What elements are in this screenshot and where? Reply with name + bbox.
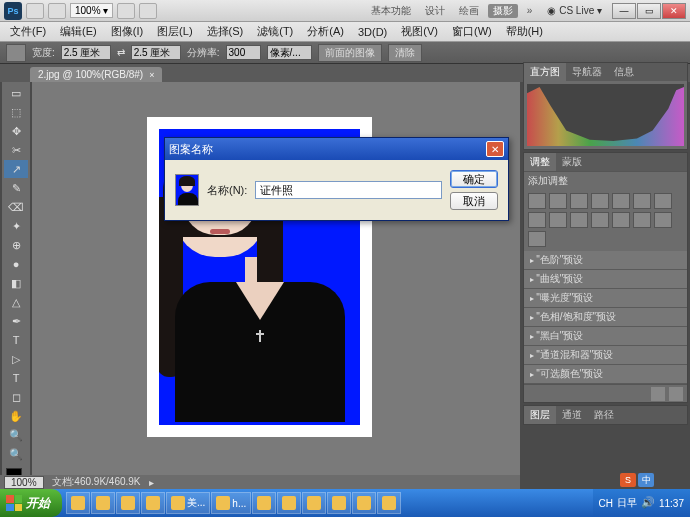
ime-icon[interactable]: 中 bbox=[638, 473, 654, 487]
menu-window[interactable]: 窗口(W) bbox=[446, 22, 498, 41]
brightness-icon[interactable] bbox=[528, 193, 546, 209]
crop-tool-icon[interactable] bbox=[6, 44, 26, 62]
language-indicator[interactable]: CH bbox=[599, 498, 613, 509]
preset-curves[interactable]: "曲线"预设 bbox=[524, 270, 687, 289]
bw-icon[interactable] bbox=[528, 212, 546, 228]
preset-bw[interactable]: "黑白"预设 bbox=[524, 327, 687, 346]
threshold-icon[interactable] bbox=[633, 212, 651, 228]
dialog-close-button[interactable]: ✕ bbox=[486, 141, 504, 157]
name-input[interactable] bbox=[255, 181, 442, 199]
adj-footer-icon-2[interactable] bbox=[669, 387, 683, 401]
clock[interactable]: 11:37 bbox=[659, 498, 684, 509]
menu-analysis[interactable]: 分析(A) bbox=[301, 22, 350, 41]
maximize-button[interactable]: ▭ bbox=[637, 3, 661, 19]
bridge-icon[interactable] bbox=[26, 3, 44, 19]
gradient-tool[interactable]: △ bbox=[4, 293, 28, 311]
screen-mode-icon[interactable] bbox=[139, 3, 157, 19]
photo-filter-icon[interactable] bbox=[549, 212, 567, 228]
preset-selective[interactable]: "可选颜色"预设 bbox=[524, 365, 687, 384]
menu-file[interactable]: 文件(F) bbox=[4, 22, 52, 41]
tab-paths[interactable]: 路径 bbox=[588, 406, 620, 424]
hue-icon[interactable] bbox=[633, 193, 651, 209]
task-item[interactable] bbox=[352, 492, 376, 514]
adj-footer-icon-1[interactable] bbox=[651, 387, 665, 401]
preset-exposure[interactable]: "曝光度"预设 bbox=[524, 289, 687, 308]
hand-tool[interactable]: 🔍 bbox=[4, 426, 28, 444]
document-close-icon[interactable]: × bbox=[149, 70, 154, 80]
clear-button[interactable]: 清除 bbox=[388, 44, 422, 62]
task-item[interactable]: 美... bbox=[166, 492, 210, 514]
selective-color-icon[interactable] bbox=[528, 231, 546, 247]
eyedropper-tool[interactable]: ✎ bbox=[4, 179, 28, 197]
exposure-icon[interactable] bbox=[591, 193, 609, 209]
menu-view[interactable]: 视图(V) bbox=[395, 22, 444, 41]
eraser-tool[interactable]: ◧ bbox=[4, 274, 28, 292]
shape-tool[interactable]: ✋ bbox=[4, 407, 28, 425]
menu-filter[interactable]: 滤镜(T) bbox=[251, 22, 299, 41]
minibridge-icon[interactable] bbox=[48, 3, 66, 19]
task-item[interactable] bbox=[327, 492, 351, 514]
task-item[interactable] bbox=[141, 492, 165, 514]
resolution-input[interactable] bbox=[226, 45, 261, 60]
menu-help[interactable]: 帮助(H) bbox=[500, 22, 549, 41]
tab-channels[interactable]: 通道 bbox=[556, 406, 588, 424]
dodge-tool[interactable]: T bbox=[4, 331, 28, 349]
swap-icon[interactable]: ⇄ bbox=[117, 47, 125, 58]
task-item[interactable] bbox=[116, 492, 140, 514]
minimize-button[interactable]: — bbox=[612, 3, 636, 19]
blur-tool[interactable]: ✒ bbox=[4, 312, 28, 330]
channel-mixer-icon[interactable] bbox=[570, 212, 588, 228]
width-input[interactable] bbox=[61, 45, 111, 60]
type-tool[interactable]: T bbox=[4, 369, 28, 387]
tab-navigator[interactable]: 导航器 bbox=[566, 63, 608, 81]
stamp-tool[interactable]: ⊕ bbox=[4, 236, 28, 254]
tray-icon[interactable]: 🔊 bbox=[641, 496, 655, 510]
tray-text[interactable]: 日早 bbox=[617, 496, 637, 510]
lasso-tool[interactable]: ✥ bbox=[4, 122, 28, 140]
tab-masks[interactable]: 蒙版 bbox=[556, 153, 588, 171]
workspace-photography[interactable]: 摄影 bbox=[488, 4, 518, 18]
menu-select[interactable]: 选择(S) bbox=[201, 22, 250, 41]
zoom-tool[interactable]: 🔍 bbox=[4, 445, 28, 463]
ok-button[interactable]: 确定 bbox=[450, 170, 498, 188]
menu-3d[interactable]: 3D(D) bbox=[352, 24, 393, 40]
quick-select-tool[interactable]: ✂ bbox=[4, 141, 28, 159]
task-item[interactable] bbox=[277, 492, 301, 514]
task-item[interactable] bbox=[91, 492, 115, 514]
workspace-design[interactable]: 设计 bbox=[420, 4, 450, 18]
arrange-icon[interactable] bbox=[117, 3, 135, 19]
levels-icon[interactable] bbox=[549, 193, 567, 209]
task-item[interactable] bbox=[66, 492, 90, 514]
crop-tool[interactable]: ↗ bbox=[4, 160, 28, 178]
sogou-icon[interactable]: S bbox=[620, 473, 636, 487]
cancel-button[interactable]: 取消 bbox=[450, 192, 498, 210]
zoom-select[interactable]: 100% ▾ bbox=[70, 3, 113, 18]
status-zoom[interactable]: 100% bbox=[4, 476, 44, 489]
history-brush-tool[interactable]: ● bbox=[4, 255, 28, 273]
curves-icon[interactable] bbox=[570, 193, 588, 209]
start-button[interactable]: 开始 bbox=[0, 489, 62, 517]
workspace-more[interactable]: » bbox=[522, 5, 538, 16]
task-item[interactable] bbox=[302, 492, 326, 514]
workspace-painting[interactable]: 绘画 bbox=[454, 4, 484, 18]
invert-icon[interactable] bbox=[591, 212, 609, 228]
preset-levels[interactable]: "色阶"预设 bbox=[524, 251, 687, 270]
vibrance-icon[interactable] bbox=[612, 193, 630, 209]
gradient-map-icon[interactable] bbox=[654, 212, 672, 228]
color-balance-icon[interactable] bbox=[654, 193, 672, 209]
task-item[interactable] bbox=[377, 492, 401, 514]
menu-edit[interactable]: 编辑(E) bbox=[54, 22, 103, 41]
healing-tool[interactable]: ⌫ bbox=[4, 198, 28, 216]
menu-layer[interactable]: 图层(L) bbox=[151, 22, 198, 41]
status-arrow-icon[interactable]: ▸ bbox=[149, 477, 154, 488]
tab-histogram[interactable]: 直方图 bbox=[524, 63, 566, 81]
brush-tool[interactable]: ✦ bbox=[4, 217, 28, 235]
preset-hue[interactable]: "色相/饱和度"预设 bbox=[524, 308, 687, 327]
pen-tool[interactable]: ▷ bbox=[4, 350, 28, 368]
posterize-icon[interactable] bbox=[612, 212, 630, 228]
path-tool[interactable]: ◻ bbox=[4, 388, 28, 406]
tab-adjustments[interactable]: 调整 bbox=[524, 153, 556, 171]
height-input[interactable] bbox=[131, 45, 181, 60]
marquee-tool[interactable]: ⬚ bbox=[4, 103, 28, 121]
tab-layers[interactable]: 图层 bbox=[524, 406, 556, 424]
